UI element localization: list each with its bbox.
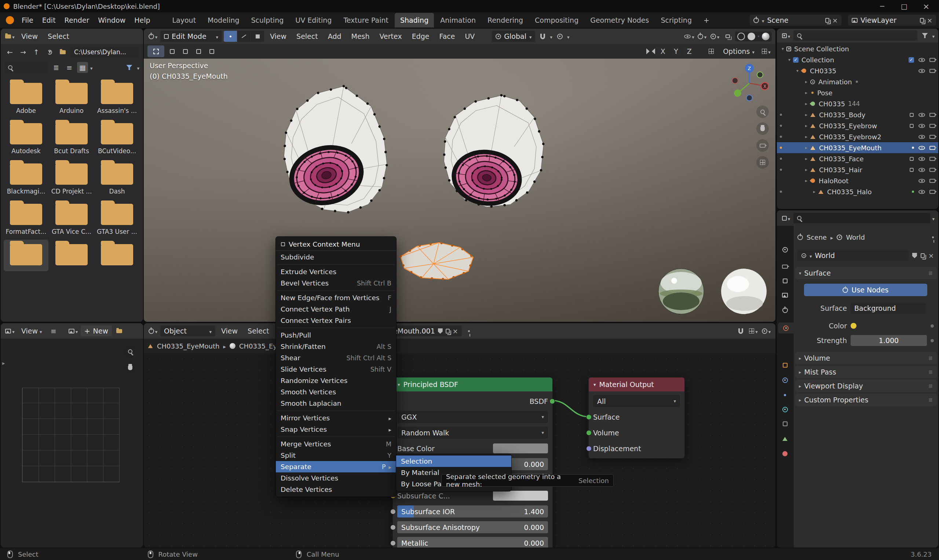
outliner-filter-button[interactable]	[919, 30, 930, 41]
scene-selector[interactable]: Scene	[750, 15, 842, 26]
snap-base-button[interactable]	[706, 46, 717, 57]
forward-button[interactable]: →	[18, 46, 29, 57]
expand-icon[interactable]	[803, 123, 810, 128]
viewport-menu-edge[interactable]: Edge	[408, 31, 433, 42]
unlink-material-icon[interactable]	[453, 327, 458, 335]
render-camera-icon[interactable]	[930, 113, 935, 117]
tab-physics[interactable]	[779, 404, 791, 415]
editor-type-button[interactable]	[5, 31, 15, 42]
menu-help[interactable]: Help	[130, 15, 154, 26]
file-menu-select[interactable]: Select	[44, 31, 73, 42]
outliner-row-eyebrow[interactable]: CH0335_Eyebrow	[777, 120, 938, 131]
blender-logo-icon[interactable]	[6, 16, 14, 24]
render-camera-icon[interactable]	[930, 69, 935, 73]
viewport-camera-button[interactable]	[756, 139, 769, 152]
snap-toggle-button[interactable]	[537, 31, 548, 42]
custom-properties-panel-header[interactable]: Custom Properties	[795, 394, 937, 406]
menu-item-split[interactable]: SplitY	[276, 450, 396, 461]
exclude-checkbox[interactable]	[908, 57, 914, 63]
face-select-button[interactable]	[251, 31, 264, 42]
hide-eye-icon[interactable]	[919, 157, 925, 161]
viewport-menu-face[interactable]: Face	[435, 31, 459, 42]
outliner-row-collection[interactable]: Collection	[777, 54, 938, 65]
tab-modeling[interactable]: Modeling	[202, 13, 245, 28]
node-overlay-button[interactable]	[761, 325, 772, 337]
expand-icon[interactable]	[803, 79, 810, 84]
menu-item-randomize-vertices[interactable]: Randomize Vertices	[276, 375, 396, 386]
hide-eye-icon[interactable]	[919, 146, 925, 150]
subsurface-color-swatch[interactable]	[493, 491, 548, 501]
viewport-menu-select[interactable]: Select	[292, 31, 322, 42]
back-button[interactable]: ←	[5, 46, 15, 57]
wireframe-shading-button[interactable]	[737, 32, 745, 40]
node-material-output[interactable]: Material Output All Surface Volume Displ…	[588, 377, 685, 458]
properties-options-caret[interactable]	[932, 214, 934, 222]
shader-type-selector[interactable]: Object	[160, 325, 215, 337]
menu-item-connect-vertex-path[interactable]: Connect Vertex PathJ	[276, 303, 396, 315]
hide-eye-icon[interactable]	[919, 190, 925, 194]
color-swatch[interactable]	[851, 323, 856, 329]
folder-item-selected[interactable]	[4, 240, 48, 271]
menu-item-connect-vertex-pairs[interactable]: Connect Vertex Pairs	[276, 315, 396, 326]
node-snap-button[interactable]	[735, 325, 746, 337]
tab-compositing[interactable]: Compositing	[529, 13, 584, 28]
tool-options-dropdown[interactable]: Options	[719, 46, 759, 57]
menu-item-push-pull[interactable]: Push/Pull	[276, 329, 396, 341]
new-viewlayer-icon[interactable]	[920, 18, 924, 23]
distribution-dropdown[interactable]: GGX	[397, 411, 548, 423]
use-nodes-button[interactable]: Use Nodes	[804, 284, 927, 296]
node-grid-button[interactable]	[748, 325, 759, 337]
expand-icon[interactable]	[803, 167, 810, 172]
visibility-dropdown-button[interactable]	[684, 31, 695, 42]
tab-uv-editing[interactable]: UV Editing	[290, 13, 337, 28]
menu-file[interactable]: File	[18, 15, 37, 26]
surface-shader-selector[interactable]: Background	[851, 303, 926, 314]
xray-toggle-button[interactable]	[722, 31, 733, 42]
folder-item[interactable]: Bcut Drafts	[49, 119, 94, 158]
menu-item-extrude-vertices[interactable]: Extrude Vertices	[276, 266, 396, 277]
display-thumbnails-button[interactable]: ▦	[77, 62, 88, 73]
tab-tool[interactable]	[779, 244, 791, 255]
surface-input-socket[interactable]	[586, 414, 592, 420]
close-button[interactable]: ×	[917, 1, 935, 12]
tab-object[interactable]	[779, 360, 791, 371]
file-path-field[interactable]: C:\Users\Dylan...	[71, 46, 139, 57]
viewport-zoom-button[interactable]	[756, 106, 769, 118]
surface-panel-header[interactable]: Surface	[795, 267, 937, 279]
hide-eye-icon[interactable]	[919, 69, 925, 73]
viewport-menu-uv[interactable]: UV	[461, 31, 479, 42]
navigation-gizmo[interactable]: Z X	[729, 63, 769, 103]
tab-output[interactable]	[779, 275, 791, 286]
volume-input-socket[interactable]	[586, 430, 592, 435]
file-menu-view[interactable]: View	[17, 31, 42, 42]
node-header[interactable]: Material Output	[589, 377, 685, 391]
edge-select-button[interactable]	[237, 31, 251, 42]
tab-sculpting[interactable]: Sculpting	[246, 13, 290, 28]
viewport-menu-vertex[interactable]: Vertex	[376, 31, 406, 42]
render-camera-icon[interactable]	[930, 179, 935, 183]
outliner-row-eyemouth-selected[interactable]: CH0335_EyeMouth	[777, 142, 938, 153]
subsurface-anisotropy-socket[interactable]	[390, 525, 396, 530]
menu-item-separate[interactable]: SeparateP	[276, 461, 396, 472]
new-image-button[interactable]: +New	[81, 325, 112, 337]
target-dropdown[interactable]: All	[593, 395, 680, 407]
display-horizontal-list-button[interactable]: ≡	[64, 62, 75, 73]
render-camera-icon[interactable]	[930, 124, 935, 128]
snap-settings-caret[interactable]	[550, 32, 552, 40]
proportional-falloff-caret[interactable]	[567, 32, 570, 40]
mirror-x-toggle[interactable]: X	[657, 46, 668, 57]
select-new-button[interactable]	[167, 46, 177, 57]
tab-scene[interactable]	[779, 305, 791, 315]
outliner-row-face[interactable]: CH0335_Face	[777, 153, 938, 164]
hide-eye-icon[interactable]	[919, 124, 925, 128]
menu-item-smooth-laplacian[interactable]: Smooth Laplacian	[276, 398, 396, 409]
select-subtract-button[interactable]	[193, 46, 204, 57]
expand-icon[interactable]	[794, 68, 801, 73]
expand-icon[interactable]	[811, 189, 818, 194]
remove-viewlayer-icon[interactable]	[927, 16, 933, 24]
rendered-shading-button[interactable]	[762, 32, 769, 40]
menu-item-shear[interactable]: ShearShift Ctrl Alt S	[276, 352, 396, 363]
subsurface-ior-socket[interactable]	[390, 509, 396, 514]
volume-panel-header[interactable]: Volume	[795, 352, 937, 364]
menu-item-subdivide[interactable]: Subdivide	[276, 251, 396, 263]
